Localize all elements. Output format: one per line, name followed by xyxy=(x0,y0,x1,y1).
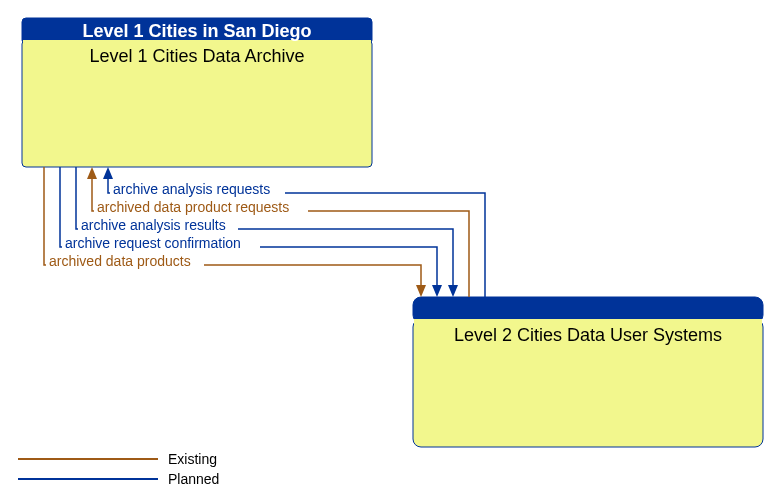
node-level1-cities-data-archive: Level 1 Cities in San Diego Level 1 Citi… xyxy=(22,18,372,167)
arrowhead-icon xyxy=(448,285,458,297)
node-level2-cities-data-user-systems: Level 2 Cities Data User Systems xyxy=(413,297,763,447)
arrowhead-icon xyxy=(432,285,442,297)
legend-planned-label: Planned xyxy=(168,471,219,487)
flow-label: archive analysis results xyxy=(81,217,226,233)
legend: Existing Planned xyxy=(18,451,219,487)
flow-label: archived data product requests xyxy=(97,199,289,215)
arrowhead-icon xyxy=(87,167,97,179)
flow-label: archived data products xyxy=(49,253,191,269)
legend-existing-label: Existing xyxy=(168,451,217,467)
flow-label: archive analysis requests xyxy=(113,181,270,197)
arrowhead-icon xyxy=(103,167,113,179)
box2-body-text: Level 2 Cities Data User Systems xyxy=(454,325,722,345)
box1-body-text: Level 1 Cities Data Archive xyxy=(89,46,304,66)
arrowhead-icon xyxy=(416,285,426,297)
box1-header-text: Level 1 Cities in San Diego xyxy=(82,21,311,41)
flow-label: archive request confirmation xyxy=(65,235,241,251)
